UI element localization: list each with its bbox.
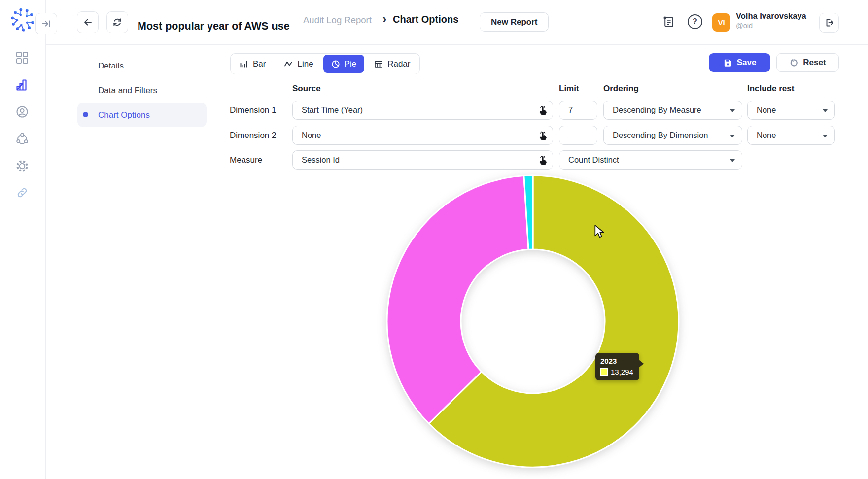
tooltip-title: 2023 [600, 357, 633, 365]
dimension2-label: Dimension 2 [230, 131, 277, 140]
tooltip-value: 13,294 [611, 368, 633, 376]
column-header-include-rest: Include rest [747, 84, 794, 94]
active-nav-dot [83, 112, 88, 117]
measure-source-value: Session Id [302, 155, 340, 165]
dimension1-limit-input[interactable]: 7 [559, 101, 597, 120]
column-header-limit: Limit [559, 84, 579, 94]
new-report-button[interactable]: New Report [480, 12, 549, 32]
user-circle-icon [15, 105, 29, 119]
dimension2-ordering-value: Descending By Dimension [613, 131, 708, 140]
user-handle: @oid [736, 22, 753, 30]
sidebar [0, 0, 46, 479]
sidebar-item-dashboard[interactable] [14, 50, 30, 66]
tab-bar[interactable]: Bar [231, 54, 275, 74]
caret-down-icon [730, 135, 735, 137]
breadcrumb-current: Chart Options [393, 14, 458, 25]
tab-bar-label: Bar [253, 59, 266, 69]
dimension1-ordering-select[interactable]: Descending By Measure [603, 101, 742, 120]
dimension1-limit-value: 7 [568, 105, 573, 115]
line-tab-icon [284, 60, 293, 68]
caret-down-icon [730, 109, 735, 112]
measure-label: Measure [230, 155, 262, 165]
column-header-ordering: Ordering [603, 84, 639, 94]
node-ring-icon [15, 132, 29, 146]
tab-radar-label: Radar [387, 59, 410, 69]
bar-chart-icon [15, 78, 29, 92]
app-logo[interactable] [10, 7, 35, 33]
breadcrumb-separator-icon: › [382, 12, 386, 26]
tab-radar[interactable]: Radar [365, 54, 419, 74]
measure-aggregation-value: Count Distinct [568, 155, 619, 165]
app-root: Most popular year of AWS use Audit Log R… [0, 0, 868, 479]
document-lines-icon [662, 15, 675, 29]
chart-tooltip: 2023 13,294 [595, 353, 639, 380]
caret-down-icon [730, 159, 735, 162]
collapse-icon [41, 18, 52, 29]
sidebar-item-links[interactable] [14, 185, 30, 201]
dimension2-include-rest-select[interactable]: None [747, 126, 835, 145]
save-icon [723, 58, 732, 68]
hand-pointer-icon [538, 130, 548, 143]
breadcrumb-parent[interactable]: Audit Log Report [303, 15, 372, 26]
sidebar-item-integrations[interactable] [14, 131, 30, 147]
dimension1-source-value: Start Time (Year) [302, 105, 363, 115]
dimension1-include-rest-value: None [757, 105, 776, 115]
arrow-left-icon [82, 17, 93, 28]
sidebar-item-settings[interactable] [14, 158, 30, 174]
page-title: Most popular year of AWS use [138, 20, 290, 33]
logo-icon [10, 7, 35, 33]
dimension2-include-rest-value: None [757, 131, 776, 140]
tooltip-swatch [600, 368, 608, 376]
logout-icon [824, 17, 834, 28]
bar-tab-icon [240, 60, 248, 68]
caret-down-icon [823, 109, 828, 112]
column-header-source: Source [292, 84, 321, 94]
pie-tab-icon [331, 60, 340, 68]
pie-slice-segment-2[interactable] [387, 176, 528, 424]
collapse-sidebar-button[interactable] [35, 13, 57, 34]
radar-tab-icon [374, 60, 383, 68]
logout-button[interactable] [819, 13, 839, 33]
save-label: Save [737, 58, 757, 68]
save-button[interactable]: Save [709, 53, 770, 72]
tab-pie[interactable]: Pie [323, 55, 365, 73]
reset-label: Reset [803, 58, 826, 68]
refresh-button[interactable] [106, 11, 128, 33]
report-nav-details[interactable]: Details [98, 61, 124, 71]
tab-line-label: Line [297, 59, 313, 69]
sidebar-item-users[interactable] [14, 104, 30, 120]
measure-aggregation-select[interactable]: Count Distinct [559, 150, 742, 170]
gear-icon [15, 159, 29, 173]
help-button[interactable]: ? [686, 13, 704, 31]
grid-icon [15, 51, 29, 65]
reset-button[interactable]: Reset [776, 53, 839, 72]
sidebar-item-reports[interactable] [14, 77, 30, 93]
avatar[interactable]: VI [712, 13, 730, 32]
dimension1-source-field[interactable]: Start Time (Year) [292, 101, 553, 120]
tab-line[interactable]: Line [275, 54, 322, 74]
dimension2-source-value: None [302, 131, 321, 140]
tab-pie-label: Pie [345, 59, 357, 69]
changelog-button[interactable] [660, 13, 677, 31]
measure-source-field[interactable]: Session Id [292, 150, 553, 170]
reset-icon [789, 58, 799, 68]
hand-pointer-icon [538, 105, 548, 118]
dimension1-label: Dimension 1 [230, 105, 277, 115]
question-circle-icon: ? [688, 14, 702, 29]
caret-down-icon [823, 135, 828, 137]
refresh-icon [112, 17, 123, 28]
user-name: Volha Ivarovskaya [736, 11, 806, 21]
dimension1-include-rest-select[interactable]: None [747, 101, 835, 120]
report-nav-data-and-filters[interactable]: Data and Filters [98, 86, 157, 96]
back-button[interactable] [77, 11, 99, 33]
dimension2-source-field[interactable]: None [292, 126, 553, 145]
dimension2-limit-input[interactable] [559, 126, 597, 145]
report-nav-chart-options[interactable]: Chart Options [98, 110, 150, 120]
donut-chart [385, 172, 681, 471]
topbar: Most popular year of AWS use Audit Log R… [46, 0, 868, 45]
chart-type-tabs: Bar Line Pie Radar [230, 53, 420, 74]
link-icon [16, 186, 29, 199]
dimension1-ordering-value: Descending By Measure [613, 105, 701, 115]
dimension2-ordering-select[interactable]: Descending By Dimension [603, 126, 742, 145]
hand-pointer-icon [538, 155, 548, 168]
